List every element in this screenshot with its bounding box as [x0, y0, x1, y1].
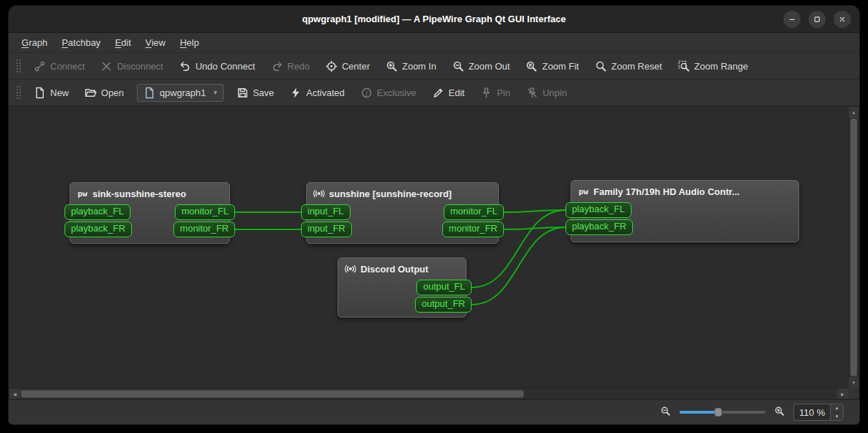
toolbar-button-zoom-in[interactable]: Zoom In: [379, 57, 443, 76]
port-playback_FR[interactable]: playback_FR: [65, 222, 132, 237]
horizontal-scroll-handle[interactable]: [21, 390, 524, 398]
node-sink-sunshine-stereo[interactable]: pwsink-sunshine-stereoplayback_FLmonitor…: [70, 182, 230, 244]
toolbar-button-label: Center: [342, 61, 370, 72]
scroll-right-arrow[interactable]: ▶: [837, 389, 848, 399]
app-window: qpwgraph1 [modified] — A PipeWire Graph …: [9, 6, 859, 424]
toolbar-handle[interactable]: [15, 85, 21, 100]
zoom-out-small-icon[interactable]: [660, 406, 671, 419]
menu-view[interactable]: View: [138, 33, 173, 52]
zoom-in-icon: [386, 60, 398, 72]
toolbar-button-unpin[interactable]: Unpin: [520, 83, 573, 103]
vertical-scroll-handle[interactable]: [850, 118, 857, 376]
maximize-button[interactable]: [809, 11, 826, 28]
statusbar: 110 % ▲ ▼: [9, 399, 859, 424]
node-header[interactable]: pwsink-sunshine-stereo: [70, 183, 229, 203]
zoom-in-small-icon[interactable]: [774, 406, 785, 419]
toolbar-button-zoom-fit[interactable]: Zoom Fit: [519, 57, 585, 76]
vertical-scrollbar[interactable]: ▲ ▼: [848, 107, 859, 388]
pipewire-icon: pw: [577, 185, 590, 198]
menu-graph[interactable]: Graph: [14, 33, 54, 52]
toolbar-button-activated[interactable]: Activated: [283, 83, 350, 103]
close-icon: [837, 14, 847, 24]
port-output_FL[interactable]: output_FL: [416, 280, 472, 295]
toolbar-button-undo-connect[interactable]: Undo Connect: [173, 57, 262, 76]
graph-canvas-area: pwsink-sunshine-stereoplayback_FLmonitor…: [9, 106, 859, 399]
port-playback_FR[interactable]: playback_FR: [566, 219, 633, 235]
node-title: sunshine [sunshine-record]: [329, 189, 452, 199]
toolbar-patchbay: NewOpenqpwgraph1▾SaveActivatedfExclusive…: [9, 80, 859, 106]
toolbar-button-redo[interactable]: Redo: [264, 57, 316, 76]
port-monitor_FL[interactable]: monitor_FL: [444, 204, 504, 220]
toolbar-button-zoom-range[interactable]: Zoom Range: [672, 57, 755, 76]
connection-wire[interactable]: [504, 210, 566, 212]
toolbar-button-label: Open: [101, 87, 124, 98]
spin-up-button[interactable]: ▲: [831, 404, 843, 413]
toolbar-button-label: Activated: [306, 87, 344, 98]
node-header[interactable]: sunshine [sunshine-record]: [307, 183, 498, 203]
horizontal-scroll-track[interactable]: [524, 389, 837, 399]
toolbar-button-pin[interactable]: Pin: [474, 83, 517, 103]
port-input_FL[interactable]: input_FL: [301, 204, 350, 220]
graph-canvas[interactable]: pwsink-sunshine-stereoplayback_FLmonitor…: [9, 107, 848, 388]
zoom-out-icon: [660, 406, 671, 417]
toolbar-button-zoom-reset[interactable]: Zoom Reset: [588, 57, 669, 76]
toolbar-button-disconnect[interactable]: Disconnect: [94, 57, 169, 76]
scroll-up-arrow[interactable]: ▲: [849, 107, 859, 118]
toolbar-button-zoom-out[interactable]: Zoom Out: [446, 57, 517, 76]
port-playback_FL[interactable]: playback_FL: [566, 202, 631, 218]
port-output_FR[interactable]: output_FR: [415, 297, 472, 313]
menu-edit[interactable]: Edit: [108, 33, 138, 52]
spin-buttons: ▲ ▼: [830, 404, 843, 420]
toolbar-button-edit[interactable]: Edit: [426, 83, 471, 103]
menubar: GraphPatchbayEditViewHelp: [9, 33, 859, 53]
toolbar-handle[interactable]: [15, 58, 21, 74]
zoom-spinbox[interactable]: 110 % ▲ ▼: [793, 404, 844, 421]
edit-icon: [432, 87, 444, 99]
node-title: Family 17h/19h HD Audio Contr...: [593, 186, 740, 197]
zoom-slider[interactable]: [679, 406, 766, 418]
toolbar-button-label: Disconnect: [117, 61, 163, 72]
toolbar-button-new[interactable]: New: [27, 83, 75, 103]
toolbar-button-exclusive[interactable]: fExclusive: [354, 83, 423, 103]
toolbar-button-label: Connect: [50, 61, 85, 72]
horizontal-scrollbar[interactable]: ◀ ▶: [9, 388, 848, 399]
zoom-out-icon: [452, 60, 464, 72]
toolbar-button-save[interactable]: Save: [230, 83, 281, 103]
toolbar-button-label: Zoom In: [402, 61, 437, 72]
node-header[interactable]: pwFamily 17h/19h HD Audio Contr...: [571, 181, 798, 201]
node-discord-output[interactable]: Discord Outputoutput_FLoutput_FR: [338, 257, 467, 318]
port-monitor_FR[interactable]: monitor_FR: [442, 222, 504, 237]
svg-text:pw: pw: [77, 189, 87, 199]
connection-wire[interactable]: [504, 227, 566, 229]
port-playback_FL[interactable]: playback_FL: [65, 204, 130, 220]
toolbar-button-open[interactable]: Open: [78, 83, 130, 103]
window-controls: [783, 6, 851, 32]
menu-patchbay[interactable]: Patchbay: [54, 33, 108, 52]
toolbar-button-connect[interactable]: Connect: [27, 57, 91, 76]
zoom-slider-track[interactable]: [679, 411, 766, 414]
toolbar-button-label: New: [50, 87, 69, 98]
combo-patchbay-select[interactable]: qpwgraph1▾: [137, 84, 224, 102]
minimize-button[interactable]: [783, 11, 801, 28]
spin-down-button[interactable]: ▼: [831, 413, 843, 421]
scroll-left-arrow[interactable]: ◀: [9, 389, 20, 399]
toolbar-button-label: qpwgraph1: [160, 87, 206, 98]
save-icon: [237, 87, 249, 99]
toolbar-button-center[interactable]: Center: [319, 57, 376, 76]
toolbar-button-label: Redo: [287, 61, 310, 72]
port-monitor_FR[interactable]: monitor_FR: [173, 222, 235, 237]
node-title: sink-sunshine-stereo: [92, 189, 186, 199]
scroll-down-arrow[interactable]: ▼: [849, 377, 859, 388]
node-family-audio[interactable]: pwFamily 17h/19h HD Audio Contr...playba…: [571, 180, 799, 242]
node-header[interactable]: Discord Output: [338, 258, 466, 278]
close-button[interactable]: [834, 11, 851, 28]
port-monitor_FL[interactable]: monitor_FL: [175, 204, 235, 220]
zoom-slider-handle[interactable]: [715, 408, 722, 417]
port-input_FR[interactable]: input_FR: [301, 222, 352, 237]
menu-help[interactable]: Help: [173, 33, 206, 52]
toolbar-button-label: Exclusive: [377, 87, 416, 98]
zoom-range-icon: [678, 60, 690, 72]
exclusive-icon: f: [361, 87, 373, 99]
toolbar-button-label: Edit: [449, 87, 464, 98]
node-sunshine[interactable]: sunshine [sunshine-record]input_FLmonito…: [306, 182, 499, 244]
